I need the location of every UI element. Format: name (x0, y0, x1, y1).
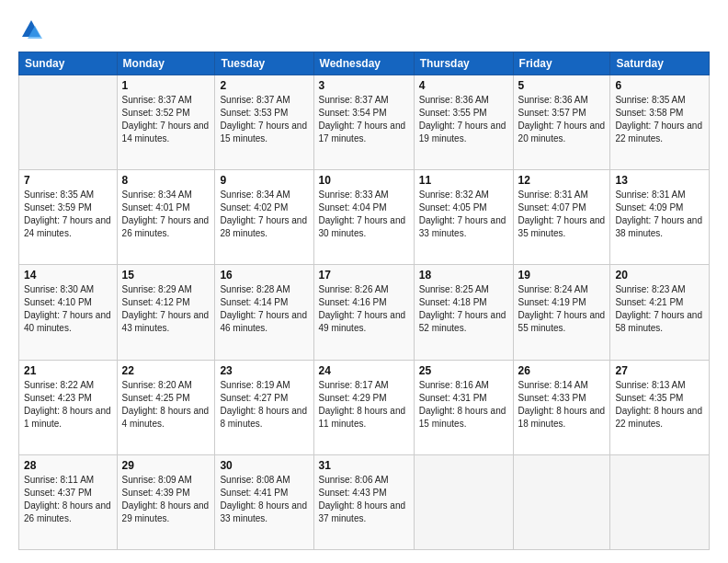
day-info: Sunrise: 8:37 AMSunset: 3:54 PMDaylight:… (319, 94, 409, 145)
sunset: Sunset: 4:43 PM (319, 488, 387, 498)
daylight: Daylight: 8 hours and 8 minutes. (220, 406, 307, 429)
day-number: 6 (615, 79, 704, 92)
day-info: Sunrise: 8:32 AMSunset: 4:05 PMDaylight:… (419, 189, 508, 240)
day-info: Sunrise: 8:06 AMSunset: 4:43 PMDaylight:… (319, 474, 409, 525)
daylight: Daylight: 7 hours and 22 minutes. (615, 121, 702, 144)
sunset: Sunset: 4:09 PM (615, 202, 683, 213)
calendar-cell: 21Sunrise: 8:22 AMSunset: 4:23 PMDayligh… (19, 360, 118, 454)
calendar-cell: 17Sunrise: 8:26 AMSunset: 4:16 PMDayligh… (313, 265, 414, 360)
calendar-cell: 24Sunrise: 8:17 AMSunset: 4:29 PMDayligh… (313, 360, 414, 454)
day-info: Sunrise: 8:17 AMSunset: 4:29 PMDaylight:… (319, 379, 409, 431)
sunrise: Sunrise: 8:09 AM (122, 475, 192, 485)
sunrise: Sunrise: 8:31 AM (615, 190, 685, 200)
day-info: Sunrise: 8:26 AMSunset: 4:16 PMDaylight:… (319, 283, 409, 335)
sunrise: Sunrise: 8:37 AM (220, 95, 290, 105)
sunrise: Sunrise: 8:34 AM (122, 190, 192, 200)
day-info: Sunrise: 8:36 AMSunset: 3:57 PMDaylight:… (518, 94, 606, 145)
sunset: Sunset: 3:58 PM (615, 108, 683, 118)
sunset: Sunset: 4:01 PM (122, 202, 190, 213)
daylight: Daylight: 8 hours and 4 minutes. (122, 406, 210, 429)
day-number: 4 (419, 79, 508, 92)
sunset: Sunset: 3:54 PM (319, 108, 387, 118)
calendar-header: SundayMondayTuesdayWednesdayThursdayFrid… (19, 52, 710, 75)
header (18, 17, 710, 42)
sunset: Sunset: 4:16 PM (319, 297, 387, 307)
sunrise: Sunrise: 8:20 AM (122, 380, 192, 390)
day-number: 1 (122, 79, 210, 92)
sunrise: Sunrise: 8:23 AM (615, 284, 685, 294)
day-number: 21 (24, 364, 112, 377)
day-number: 7 (24, 174, 112, 187)
day-number: 17 (319, 269, 409, 282)
calendar-cell: 19Sunrise: 8:24 AMSunset: 4:19 PMDayligh… (513, 265, 610, 360)
day-number: 9 (220, 174, 308, 187)
daylight: Daylight: 7 hours and 52 minutes. (419, 310, 506, 333)
daylight: Daylight: 7 hours and 35 minutes. (518, 215, 606, 238)
day-info: Sunrise: 8:08 AMSunset: 4:41 PMDaylight:… (220, 474, 308, 525)
day-info: Sunrise: 8:33 AMSunset: 4:04 PMDaylight:… (319, 189, 409, 240)
sunset: Sunset: 4:02 PM (220, 202, 288, 213)
sunrise: Sunrise: 8:24 AM (518, 284, 588, 294)
sunset: Sunset: 4:18 PM (419, 297, 487, 307)
daylight: Daylight: 7 hours and 28 minutes. (220, 215, 307, 238)
sunrise: Sunrise: 8:37 AM (122, 95, 192, 105)
calendar-cell: 8Sunrise: 8:34 AMSunset: 4:01 PMDaylight… (117, 170, 215, 265)
day-info: Sunrise: 8:16 AMSunset: 4:31 PMDaylight:… (419, 379, 508, 431)
day-info: Sunrise: 8:14 AMSunset: 4:33 PMDaylight:… (518, 379, 606, 431)
daylight: Daylight: 7 hours and 19 minutes. (419, 121, 506, 144)
sunset: Sunset: 4:25 PM (122, 393, 190, 403)
day-info: Sunrise: 8:35 AMSunset: 3:58 PMDaylight:… (615, 94, 704, 145)
day-info: Sunrise: 8:31 AMSunset: 4:07 PMDaylight:… (518, 189, 606, 240)
daylight: Daylight: 7 hours and 46 minutes. (220, 310, 307, 333)
sunrise: Sunrise: 8:34 AM (220, 190, 290, 200)
sunrise: Sunrise: 8:17 AM (319, 380, 389, 390)
day-number: 19 (518, 269, 606, 282)
daylight: Daylight: 7 hours and 58 minutes. (615, 310, 702, 333)
sunrise: Sunrise: 8:30 AM (24, 284, 94, 294)
day-number: 23 (220, 364, 308, 377)
daylight: Daylight: 8 hours and 26 minutes. (24, 500, 111, 523)
calendar-cell: 6Sunrise: 8:35 AMSunset: 3:58 PMDaylight… (610, 75, 710, 170)
day-number: 20 (615, 269, 704, 282)
day-number: 10 (319, 174, 409, 187)
sunset: Sunset: 3:55 PM (419, 108, 487, 118)
sunset: Sunset: 4:04 PM (319, 202, 387, 213)
day-number: 31 (319, 459, 409, 472)
sunset: Sunset: 3:57 PM (518, 108, 586, 118)
logo (18, 17, 47, 42)
day-number: 3 (319, 79, 409, 92)
day-info: Sunrise: 8:11 AMSunset: 4:37 PMDaylight:… (24, 474, 112, 525)
calendar-week-1: 7Sunrise: 8:35 AMSunset: 3:59 PMDaylight… (19, 170, 710, 265)
daylight: Daylight: 7 hours and 26 minutes. (122, 215, 210, 238)
day-number: 11 (419, 174, 508, 187)
calendar-cell: 22Sunrise: 8:20 AMSunset: 4:25 PMDayligh… (117, 360, 215, 454)
day-info: Sunrise: 8:34 AMSunset: 4:02 PMDaylight:… (220, 189, 308, 240)
sunset: Sunset: 4:35 PM (615, 393, 683, 403)
daylight: Daylight: 7 hours and 15 minutes. (220, 121, 307, 144)
day-info: Sunrise: 8:30 AMSunset: 4:10 PMDaylight:… (24, 283, 112, 335)
calendar-cell: 27Sunrise: 8:13 AMSunset: 4:35 PMDayligh… (610, 360, 710, 454)
calendar-cell: 23Sunrise: 8:19 AMSunset: 4:27 PMDayligh… (215, 360, 313, 454)
calendar-week-2: 14Sunrise: 8:30 AMSunset: 4:10 PMDayligh… (19, 265, 710, 360)
sunrise: Sunrise: 8:11 AM (24, 475, 94, 485)
day-number: 22 (122, 364, 210, 377)
day-number: 14 (24, 269, 112, 282)
daylight: Daylight: 7 hours and 55 minutes. (518, 310, 606, 333)
day-number: 27 (615, 364, 704, 377)
daylight: Daylight: 7 hours and 14 minutes. (122, 121, 210, 144)
day-info: Sunrise: 8:34 AMSunset: 4:01 PMDaylight:… (122, 189, 210, 240)
calendar-cell: 7Sunrise: 8:35 AMSunset: 3:59 PMDaylight… (19, 170, 118, 265)
sunrise: Sunrise: 8:36 AM (419, 95, 489, 105)
calendar-cell (610, 454, 710, 549)
daylight: Daylight: 7 hours and 40 minutes. (24, 310, 111, 333)
calendar-cell: 9Sunrise: 8:34 AMSunset: 4:02 PMDaylight… (215, 170, 313, 265)
calendar-body: 1Sunrise: 8:37 AMSunset: 3:52 PMDaylight… (19, 75, 710, 550)
sunset: Sunset: 4:21 PM (615, 297, 683, 307)
calendar-cell: 11Sunrise: 8:32 AMSunset: 4:05 PMDayligh… (414, 170, 513, 265)
day-info: Sunrise: 8:22 AMSunset: 4:23 PMDaylight:… (24, 379, 112, 431)
daylight: Daylight: 7 hours and 17 minutes. (319, 121, 406, 144)
calendar-cell: 13Sunrise: 8:31 AMSunset: 4:09 PMDayligh… (610, 170, 710, 265)
day-number: 8 (122, 174, 210, 187)
day-number: 16 (220, 269, 308, 282)
calendar-cell: 20Sunrise: 8:23 AMSunset: 4:21 PMDayligh… (610, 265, 710, 360)
